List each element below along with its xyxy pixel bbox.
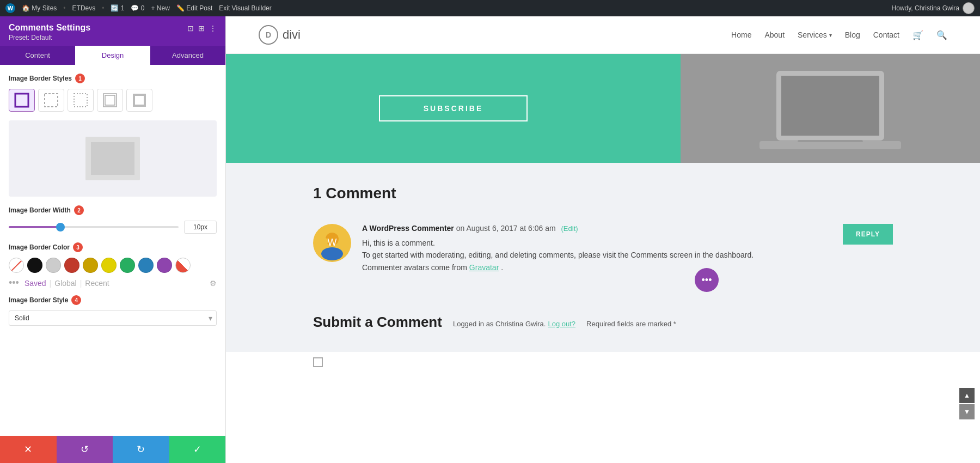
border-style-select[interactable]: Solid Dashed Dotted Double None (9, 310, 217, 326)
svg-rect-8 (759, 141, 901, 149)
svg-rect-4 (105, 95, 115, 105)
border-style-label: Image Border Style 4 (9, 295, 217, 305)
fab-button[interactable]: ••• (695, 268, 719, 292)
panel-header: Comments Settings Preset: Default ⊡ ⊞ ⋮ (0, 16, 225, 46)
swatch-custom[interactable] (175, 258, 191, 273)
border-style-select-wrapper: Solid Dashed Dotted Double None (9, 310, 217, 326)
slider-thumb[interactable] (56, 223, 65, 232)
swatch-gray[interactable] (46, 258, 61, 273)
slider-fill (9, 226, 60, 228)
swatch-red[interactable] (64, 258, 79, 273)
panel-tabs: Content Design Advanced (0, 46, 225, 65)
site-nav: Home About Services ▾ Blog Contact 🛒 🔍 (731, 30, 947, 40)
comment-author: A WordPress Commenter (362, 224, 454, 233)
grid-icon[interactable]: ⊞ (198, 24, 205, 33)
submit-comment-section: Submit a Comment Logged in as Christina … (226, 312, 980, 352)
border-style-dashed[interactable] (38, 89, 64, 112)
border-style-double[interactable] (97, 89, 123, 112)
nav-contact[interactable]: Contact (873, 31, 899, 39)
comments-section: 1 Comment W A WordPress Commenter (226, 163, 980, 312)
border-width-row: 10px (9, 221, 217, 234)
swatch-blue[interactable] (138, 258, 154, 273)
checkbox[interactable] (313, 357, 323, 367)
updates-link[interactable]: 🔄 1 (111, 4, 124, 12)
tab-content[interactable]: Content (0, 46, 75, 65)
comment-edit[interactable]: (Edit) (561, 224, 578, 233)
more-icon[interactable]: ⋮ (209, 24, 217, 33)
border-width-label: Image Border Width 2 (9, 205, 217, 215)
my-sites-link[interactable]: 🏠 My Sites (22, 4, 57, 12)
nav-blog[interactable]: Blog (845, 31, 860, 39)
tab-recent[interactable]: Recent (85, 279, 109, 288)
logout-link[interactable]: Log out? (548, 320, 575, 328)
comments-link[interactable]: 💬 0 (131, 4, 144, 12)
cart-icon[interactable]: 🛒 (912, 30, 923, 40)
wp-admin-bar: W 🏠 My Sites • ETDevs • 🔄 1 💬 0 + New ✏️… (0, 0, 980, 16)
tab-global[interactable]: Global (54, 279, 76, 288)
tab-advanced[interactable]: Advanced (150, 46, 225, 65)
badge-2: 2 (74, 205, 84, 215)
svg-rect-0 (15, 94, 28, 107)
site-logo: D divi (259, 25, 301, 45)
tab-saved[interactable]: Saved (24, 279, 46, 288)
nav-about[interactable]: About (764, 31, 785, 39)
tab-design[interactable]: Design (75, 46, 150, 65)
border-width-value[interactable]: 10px (184, 221, 217, 234)
color-swatches (9, 258, 217, 273)
bottom-area (226, 352, 980, 374)
color-tabs-row: ••• Saved | Global | Recent ⚙ (9, 277, 217, 289)
color-dots[interactable]: ••• (9, 277, 19, 289)
page-preview: D divi Home About Services ▾ Blog Contac… (226, 16, 980, 463)
svg-point-12 (321, 247, 343, 260)
border-width-slider[interactable] (9, 226, 179, 228)
site-header: D divi Home About Services ▾ Blog Contac… (226, 16, 980, 54)
preview-inner (85, 137, 140, 180)
exit-builder-link[interactable]: Exit Visual Builder (219, 4, 272, 12)
save-button[interactable]: ✓ (169, 436, 226, 463)
cancel-button[interactable]: ✕ (0, 436, 57, 463)
swatch-green[interactable] (120, 258, 135, 273)
border-style-solid[interactable] (9, 89, 35, 112)
hero-section: SUBSCRIBE (226, 54, 980, 163)
swatch-black[interactable] (27, 258, 42, 273)
submit-title: Submit a Comment (313, 314, 442, 331)
edit-post-link[interactable]: ✏️ Edit Post (176, 4, 212, 12)
nav-home[interactable]: Home (731, 31, 751, 39)
scroll-up-arrow[interactable]: ▲ (959, 388, 975, 403)
laptop-image (743, 59, 917, 157)
nav-services[interactable]: Services ▾ (798, 31, 832, 39)
panel-preset: Preset: Default (9, 34, 90, 41)
hero-subscribe: SUBSCRIBE (226, 54, 681, 163)
scroll-down-arrow[interactable]: ▼ (959, 404, 975, 419)
panel-content: Image Border Styles 1 (0, 65, 225, 436)
comment-avatar: W (313, 224, 351, 262)
main-layout: Comments Settings Preset: Default ⊡ ⊞ ⋮ … (0, 16, 980, 463)
color-settings-icon[interactable]: ⚙ (210, 279, 217, 288)
subscribe-button[interactable]: SUBSCRIBE (379, 95, 528, 121)
search-icon[interactable]: 🔍 (936, 30, 947, 40)
howdy-section: Howdy, Christina Gwira (892, 2, 975, 14)
panel-title: Comments Settings (9, 23, 90, 33)
logo-circle: D (259, 25, 278, 45)
wp-icon[interactable]: W (5, 3, 15, 13)
redo-button[interactable]: ↻ (113, 436, 169, 463)
new-link[interactable]: + New (151, 4, 170, 12)
expand-icon[interactable]: ⊡ (187, 24, 194, 33)
border-styles-label: Image Border Styles 1 (9, 74, 217, 83)
swatch-purple[interactable] (157, 258, 172, 273)
scroll-arrows: ▲ ▼ (959, 388, 975, 419)
swatch-gold[interactable] (83, 258, 98, 273)
etdevs-link[interactable]: ETDevs (72, 4, 96, 12)
badge-4: 4 (71, 295, 81, 305)
swatch-yellow[interactable] (101, 258, 117, 273)
reply-button[interactable]: REPLY (843, 224, 893, 245)
avatar (963, 2, 975, 14)
gravatar-link[interactable]: Gravatar (469, 263, 499, 272)
undo-button[interactable]: ↺ (57, 436, 113, 463)
border-style-dotted[interactable] (68, 89, 94, 112)
swatch-transparent[interactable] (9, 258, 24, 273)
comment-item: W A WordPress Commenter on August 6, 201… (313, 224, 893, 273)
border-style-inset[interactable] (126, 89, 152, 112)
border-color-label: Image Border Color 3 (9, 242, 217, 252)
svg-text:W: W (328, 237, 337, 248)
